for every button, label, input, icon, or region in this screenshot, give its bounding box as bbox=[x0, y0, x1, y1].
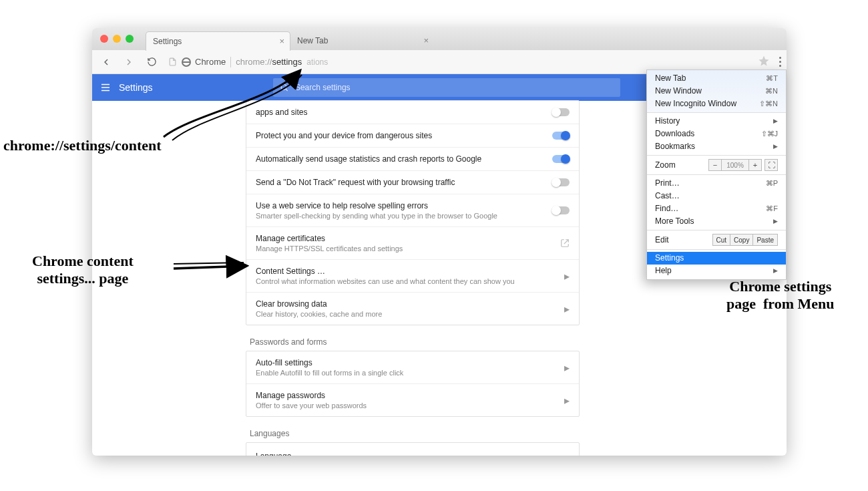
chevron-right-icon: ▸ bbox=[564, 361, 570, 374]
menu-item[interactable]: Downloads⇧⌘J bbox=[647, 128, 786, 140]
privacy-card: apps and sitesProtect you and your devic… bbox=[246, 100, 580, 325]
menu-item[interactable]: Bookmarks▶ bbox=[647, 140, 786, 153]
separator bbox=[230, 57, 231, 67]
toggle[interactable] bbox=[552, 155, 570, 163]
menu-item[interactable]: History▶ bbox=[647, 115, 786, 128]
hamburger-button[interactable] bbox=[92, 81, 119, 94]
fullscreen-button[interactable]: ⛶ bbox=[765, 159, 778, 171]
menu-label: Find… bbox=[655, 204, 678, 214]
external-icon bbox=[560, 238, 570, 248]
row-sublabel: Offer to save your web passwords bbox=[256, 401, 564, 410]
bookmark-star-icon[interactable] bbox=[758, 55, 770, 69]
tab-title: Settings bbox=[153, 37, 182, 46]
search-input[interactable] bbox=[294, 82, 614, 93]
row-label: Manage passwords bbox=[256, 391, 564, 400]
settings-row[interactable]: apps and sites bbox=[246, 101, 579, 124]
settings-row[interactable]: Content Settings …Control what informati… bbox=[246, 259, 579, 292]
row-label: Use a web service to help resolve spelli… bbox=[256, 201, 552, 210]
menu-label: Print… bbox=[655, 178, 680, 188]
languages-title: Languages bbox=[250, 429, 580, 438]
close-icon[interactable]: × bbox=[423, 35, 429, 45]
annot-content: Chrome content settings... page bbox=[32, 253, 134, 287]
origin-chip: Chrome bbox=[182, 57, 226, 67]
tabstrip: Settings × New Tab × bbox=[146, 31, 434, 50]
settings-row[interactable]: Language⌄ bbox=[246, 443, 579, 456]
max-dot[interactable] bbox=[126, 35, 134, 43]
search-box[interactable] bbox=[273, 78, 620, 97]
omnibox[interactable]: Chrome chrome://settings ations bbox=[166, 57, 752, 67]
row-label: Content Settings … bbox=[256, 267, 564, 276]
toggle[interactable] bbox=[552, 108, 570, 116]
menu-item[interactable]: New Incognito Window⇧⌘N bbox=[647, 98, 786, 110]
edit-paste-button[interactable]: Paste bbox=[753, 234, 778, 246]
reload-button[interactable] bbox=[143, 53, 160, 71]
row-sublabel: Manage HTTPS/SSL certificates and settin… bbox=[256, 244, 560, 253]
shortcut: ⌘P bbox=[766, 178, 778, 188]
menu-item[interactable]: Help▶ bbox=[647, 265, 786, 277]
menu-label: History bbox=[655, 116, 680, 126]
tab-newtab[interactable]: New Tab × bbox=[290, 31, 434, 50]
zoom-value: 100% bbox=[722, 159, 748, 171]
zoom-out-button[interactable]: − bbox=[708, 159, 722, 171]
menu-label: New Incognito Window bbox=[655, 99, 736, 109]
toggle[interactable] bbox=[552, 178, 570, 186]
origin-text: Chrome bbox=[195, 57, 226, 67]
toggle[interactable] bbox=[552, 132, 570, 140]
row-label: Send a "Do Not Track" request with your … bbox=[256, 178, 552, 187]
menu-label: Bookmarks bbox=[655, 142, 695, 152]
settings-row[interactable]: Auto-fill settingsEnable Autofill to fil… bbox=[246, 351, 579, 383]
settings-row[interactable]: Manage certificatesManage HTTPS/SSL cert… bbox=[246, 226, 579, 259]
menu-label: More Tools bbox=[655, 216, 694, 226]
menu-button[interactable] bbox=[779, 57, 781, 67]
edit-cut-button[interactable]: Cut bbox=[712, 234, 731, 246]
menu-label: Cast… bbox=[655, 191, 680, 201]
settings-row[interactable]: Clear browsing dataClear history, cookie… bbox=[246, 292, 579, 325]
row-label: Protect you and your device from dangero… bbox=[256, 131, 552, 140]
chrome-menu: New Tab⌘TNew Window⌘NNew Incognito Windo… bbox=[646, 69, 787, 280]
svg-point-0 bbox=[281, 85, 286, 90]
submenu-arrow-icon: ▶ bbox=[773, 142, 778, 152]
menu-item[interactable]: More Tools▶ bbox=[647, 215, 786, 228]
menu-item[interactable]: Find…⌘F bbox=[647, 202, 786, 215]
chevron-right-icon: ▸ bbox=[564, 303, 570, 315]
languages-card: Language⌄ bbox=[246, 442, 580, 456]
min-dot[interactable] bbox=[113, 35, 121, 43]
chevron-right-icon: ▸ bbox=[564, 394, 570, 407]
settings-row[interactable]: Use a web service to help resolve spelli… bbox=[246, 194, 579, 226]
row-sublabel: Smarter spell-checking by sending what y… bbox=[256, 212, 552, 220]
row-label: Auto-fill settings bbox=[256, 358, 564, 367]
close-icon[interactable]: × bbox=[279, 36, 284, 46]
menu-item[interactable]: Settings bbox=[647, 252, 786, 265]
edit-copy-button[interactable]: Copy bbox=[730, 234, 753, 246]
tab-settings[interactable]: Settings × bbox=[146, 31, 290, 51]
row-label: Language bbox=[256, 452, 561, 456]
chevron-down-icon: ⌄ bbox=[561, 450, 570, 456]
row-sublabel: Control what information websites can us… bbox=[256, 277, 564, 285]
address-text: chrome://settings bbox=[236, 57, 302, 67]
traffic-lights bbox=[100, 35, 134, 43]
menu-item[interactable]: New Tab⌘T bbox=[647, 72, 786, 85]
menu-zoom: Zoom−100%+⛶ bbox=[647, 158, 786, 172]
menu-label: Help bbox=[655, 266, 672, 276]
settings-row[interactable]: Manage passwordsOffer to save your web p… bbox=[246, 383, 579, 416]
forward-button[interactable] bbox=[120, 53, 138, 71]
back-button[interactable] bbox=[97, 53, 115, 71]
zoom-in-button[interactable]: + bbox=[748, 159, 762, 171]
menu-item[interactable]: New Window⌘N bbox=[647, 85, 786, 98]
search-icon bbox=[280, 83, 288, 92]
menu-item[interactable]: Print…⌘P bbox=[647, 177, 786, 190]
passwords-title: Passwords and forms bbox=[250, 337, 580, 347]
shortcut: ⇧⌘J bbox=[761, 129, 779, 139]
row-label: Clear browsing data bbox=[256, 299, 564, 309]
toggle[interactable] bbox=[552, 206, 570, 214]
shortcut: ⌘T bbox=[766, 73, 778, 84]
addr-suggestion: ations bbox=[306, 57, 328, 67]
menu-edit: EditCutCopyPaste bbox=[647, 232, 786, 247]
close-dot[interactable] bbox=[100, 35, 108, 43]
settings-row[interactable]: Automatically send usage statistics and … bbox=[246, 147, 579, 170]
menu-item[interactable]: Cast… bbox=[647, 190, 786, 202]
settings-row[interactable]: Send a "Do Not Track" request with your … bbox=[246, 170, 579, 194]
titlebar: Settings × New Tab × bbox=[92, 28, 787, 50]
annot-menu: Chrome settings page from Menu bbox=[726, 278, 835, 313]
settings-row[interactable]: Protect you and your device from dangero… bbox=[246, 124, 579, 147]
